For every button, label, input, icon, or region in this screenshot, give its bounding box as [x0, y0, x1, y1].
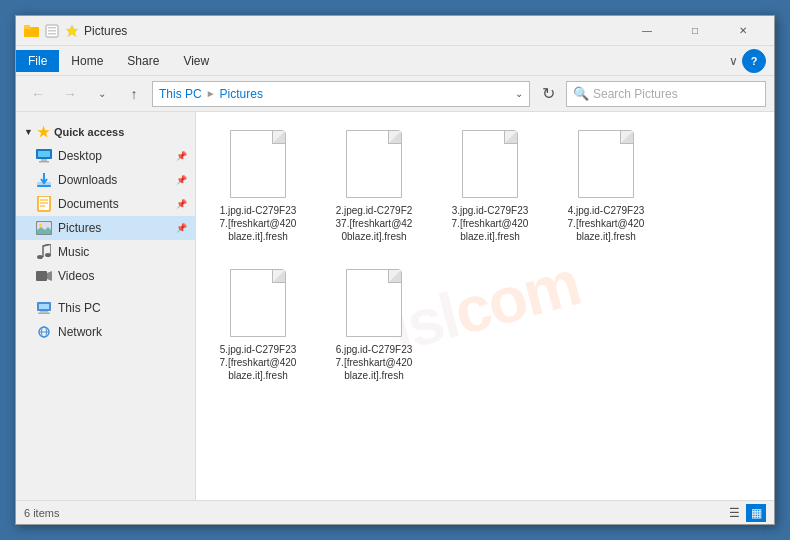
sidebar-item-pictures[interactable]: Pictures 📌 [16, 216, 195, 240]
close-button[interactable]: ✕ [720, 16, 766, 46]
thispc-icon [36, 300, 52, 316]
file-icon [458, 128, 522, 200]
menu-file[interactable]: File [16, 50, 59, 72]
network-label: Network [58, 325, 102, 339]
downloads-icon [36, 172, 52, 188]
music-icon [36, 244, 52, 260]
videos-icon [36, 268, 52, 284]
music-label: Music [58, 245, 89, 259]
svg-rect-12 [39, 161, 49, 163]
file-page [346, 269, 402, 337]
minimize-button[interactable]: — [624, 16, 670, 46]
large-icons-view-button[interactable]: ▦ [746, 504, 766, 522]
file-page [230, 269, 286, 337]
network-icon [36, 324, 52, 340]
options-chevron[interactable]: ∨ [729, 54, 738, 68]
file-name: 4.jpg.id-C279F237.[freshkart@420blaze.it… [568, 204, 645, 243]
pictures-icon [36, 220, 52, 236]
file-item[interactable]: 6.jpg.id-C279F237.[freshkart@420blaze.it… [324, 263, 424, 386]
svg-rect-10 [38, 151, 50, 157]
file-item[interactable]: 5.jpg.id-C279F237.[freshkart@420blaze.it… [208, 263, 308, 386]
sidebar-item-thispc[interactable]: This PC [16, 296, 195, 320]
nav-bar: ← → ⌄ ↑ This PC ► Pictures ⌄ ↻ 🔍 Search … [16, 76, 774, 112]
videos-label: Videos [58, 269, 94, 283]
file-item[interactable]: 4.jpg.id-C279F237.[freshkart@420blaze.it… [556, 124, 656, 247]
documents-icon [36, 196, 52, 212]
file-item[interactable]: 3.jpg.id-C279F237.[freshkart@420blaze.it… [440, 124, 540, 247]
item-count: 6 items [24, 507, 59, 519]
file-page [230, 130, 286, 198]
desktop-pin: 📌 [176, 151, 187, 161]
quick-access-expand[interactable]: ▼ [24, 127, 33, 137]
maximize-button[interactable]: □ [672, 16, 718, 46]
menu-home[interactable]: Home [59, 50, 115, 72]
file-item[interactable]: 1.jpg.id-C279F237.[freshkart@420blaze.it… [208, 124, 308, 247]
breadcrumb-thispc[interactable]: This PC [159, 87, 202, 101]
refresh-button[interactable]: ↻ [534, 80, 562, 108]
menu-view[interactable]: View [171, 50, 221, 72]
file-area: islcom 1.jpg.id-C279F237.[freshkart@420b… [196, 112, 774, 500]
file-name: 6.jpg.id-C279F237.[freshkart@420blaze.it… [336, 343, 413, 382]
file-page [346, 130, 402, 198]
details-view-button[interactable]: ☰ [724, 504, 744, 522]
thispc-label: This PC [58, 301, 101, 315]
title-bar: Pictures — □ ✕ [16, 16, 774, 46]
sidebar-item-desktop[interactable]: Desktop 📌 [16, 144, 195, 168]
explorer-window: Pictures — □ ✕ File Home Share View ∨ ? … [15, 15, 775, 525]
documents-pin: 📌 [176, 199, 187, 209]
quick-access-label: Quick access [54, 126, 124, 138]
file-icon [226, 267, 290, 339]
sidebar-item-videos[interactable]: Videos [16, 264, 195, 288]
sidebar-item-downloads[interactable]: Downloads 📌 [16, 168, 195, 192]
pin-icon [64, 23, 80, 39]
downloads-label: Downloads [58, 173, 117, 187]
back-button[interactable]: ← [24, 80, 52, 108]
desktop-icon [36, 148, 52, 164]
file-icon [574, 128, 638, 200]
svg-rect-25 [36, 271, 47, 281]
breadcrumb-end-chevron: ⌄ [515, 88, 523, 99]
up-button[interactable]: ↑ [120, 80, 148, 108]
dropdown-button[interactable]: ⌄ [88, 80, 116, 108]
sidebar-item-music[interactable]: Music [16, 240, 195, 264]
files-grid: 1.jpg.id-C279F237.[freshkart@420blaze.it… [208, 124, 762, 386]
title-bar-left: Pictures [24, 23, 127, 39]
file-item[interactable]: 2.jpeg.id-C279F237.[freshkart@420blaze.i… [324, 124, 424, 247]
svg-rect-14 [37, 185, 51, 187]
content-area: ▼ ★ Quick access Desktop 📌 [16, 112, 774, 500]
status-bar: 6 items ☰ ▦ [16, 500, 774, 524]
file-name: 2.jpeg.id-C279F237.[freshkart@420blaze.i… [336, 204, 413, 243]
breadcrumb-pictures[interactable]: Pictures [220, 87, 263, 101]
pictures-label: Pictures [58, 221, 101, 235]
menu-share[interactable]: Share [115, 50, 171, 72]
svg-rect-6 [48, 30, 56, 32]
menu-right: ∨ ? [729, 49, 774, 73]
svg-rect-7 [48, 33, 56, 35]
window-title: Pictures [84, 24, 127, 38]
search-box[interactable]: 🔍 Search Pictures [566, 81, 766, 107]
svg-marker-8 [66, 25, 78, 37]
file-name: 3.jpg.id-C279F237.[freshkart@420blaze.it… [452, 204, 529, 243]
quick-access-star: ★ [37, 124, 50, 140]
forward-button[interactable]: → [56, 80, 84, 108]
svg-point-23 [45, 253, 51, 257]
sidebar-item-documents[interactable]: Documents 📌 [16, 192, 195, 216]
svg-marker-26 [47, 271, 52, 281]
file-name: 5.jpg.id-C279F237.[freshkart@420blaze.it… [220, 343, 297, 382]
help-button[interactable]: ? [742, 49, 766, 73]
documents-label: Documents [58, 197, 119, 211]
downloads-pin: 📌 [176, 175, 187, 185]
search-icon: 🔍 [573, 86, 589, 101]
file-name: 1.jpg.id-C279F237.[freshkart@420blaze.it… [220, 204, 297, 243]
svg-rect-30 [38, 313, 50, 315]
svg-point-21 [39, 224, 42, 227]
svg-rect-3 [24, 25, 30, 29]
menu-bar: File Home Share View ∨ ? [16, 46, 774, 76]
file-page [462, 130, 518, 198]
window-icon [24, 23, 40, 39]
file-icon [342, 267, 406, 339]
quick-access-icon [44, 23, 60, 39]
sidebar-item-network[interactable]: Network [16, 320, 195, 344]
svg-rect-5 [48, 27, 56, 29]
breadcrumb[interactable]: This PC ► Pictures ⌄ [152, 81, 530, 107]
